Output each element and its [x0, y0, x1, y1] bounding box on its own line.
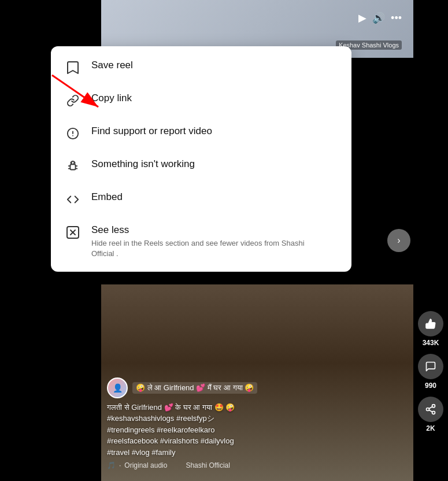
bug-icon — [65, 158, 81, 175]
creator-name: Shashi Official — [186, 461, 229, 469]
audio-spacing — [171, 461, 182, 469]
audio-label: Original audio — [124, 461, 167, 469]
menu-text-save-reel: Save reel — [91, 59, 133, 72]
share-button[interactable] — [418, 397, 443, 422]
caption-ticker: 🤪 ले आ Girlfriend 💕 मैं घर आ गया 🤪 — [132, 382, 257, 394]
audio-dot: · — [119, 461, 121, 469]
video-controls: ▶ 🔊 ••• — [358, 12, 402, 24]
svg-line-13 — [429, 406, 432, 408]
menu-text-embed: Embed — [91, 191, 123, 204]
menu-text-see-less: See less Hide reel in the Reels section … — [91, 224, 311, 259]
menu-item-see-less[interactable]: See less Hide reel in the Reels section … — [51, 216, 351, 267]
menu-text-bug: Something isn't working — [91, 158, 195, 171]
bookmark-icon — [65, 60, 81, 76]
alert-icon — [65, 125, 81, 142]
menu-text-report: Find support or report video — [91, 125, 212, 138]
action-sidebar: 343K 990 2K — [418, 311, 443, 435]
music-icon: 🎵 — [107, 461, 116, 469]
like-button[interactable] — [418, 311, 443, 336]
svg-line-12 — [429, 410, 432, 412]
menu-item-save-reel[interactable]: Save reel — [51, 51, 351, 84]
caption-area: 👤 🤪 ले आ Girlfriend 💕 मैं घर आ गया 🤪 गलत… — [107, 378, 410, 470]
link-icon — [65, 92, 81, 109]
menu-item-embed[interactable]: Embed — [51, 183, 351, 216]
play-button[interactable]: ▶ — [358, 12, 366, 24]
context-menu: Save reel Copy link Find support or repo… — [51, 46, 351, 272]
svg-rect-5 — [70, 164, 75, 169]
avatar: 👤 — [107, 378, 128, 398]
caption-text: गलती से Girlfriend 💕 के घर आ गया 🤩 🤪 #ke… — [107, 402, 410, 458]
comment-count: 990 — [425, 382, 436, 390]
code-icon — [65, 191, 81, 208]
like-count: 343K — [423, 339, 439, 347]
menu-item-report[interactable]: Find support or report video — [51, 117, 351, 150]
caption-profile: 👤 🤪 ले आ Girlfriend 💕 मैं घर आ गया 🤪 — [107, 378, 410, 398]
x-square-icon — [65, 224, 81, 240]
comment-button[interactable] — [418, 354, 443, 379]
caption-audio: 🎵 · Original audio Shashi Official — [107, 461, 410, 469]
menu-text-copy-link: Copy link — [91, 92, 132, 105]
nav-next-button[interactable]: › — [387, 229, 410, 252]
menu-item-bug[interactable]: Something isn't working — [51, 150, 351, 183]
volume-button[interactable]: 🔊 — [372, 12, 385, 24]
share-count: 2K — [426, 424, 435, 432]
menu-item-copy-link[interactable]: Copy link — [51, 84, 351, 117]
more-button[interactable]: ••• — [391, 12, 402, 24]
